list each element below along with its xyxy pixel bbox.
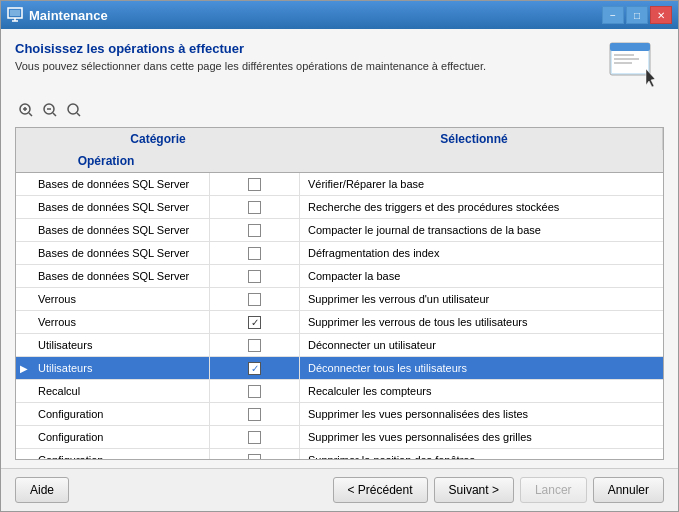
operation-cell: Recalculer les compteurs — [300, 380, 663, 402]
svg-line-12 — [29, 113, 32, 116]
header-description: Vous pouvez sélectionner dans cette page… — [15, 60, 598, 72]
footer-buttons: < Précédent Suivant > Lancer Annuler — [333, 477, 665, 503]
svg-rect-5 — [614, 54, 634, 56]
svg-point-16 — [68, 104, 78, 114]
checkbox-icon — [248, 178, 261, 191]
toolbar — [15, 99, 664, 121]
checkbox-cell[interactable] — [210, 426, 300, 448]
checkbox-cell[interactable] — [210, 219, 300, 241]
category-cell: Configuration — [30, 426, 210, 448]
zoom-reset-button[interactable] — [63, 99, 85, 121]
category-cell: Utilisateurs — [30, 334, 210, 356]
checkbox-icon — [248, 224, 261, 237]
window-title: Maintenance — [29, 8, 602, 23]
precedent-button[interactable]: < Précédent — [333, 477, 428, 503]
svg-line-15 — [53, 113, 56, 116]
main-window: Maintenance − □ ✕ Choisissez les opérati… — [0, 0, 679, 512]
table-header: Catégorie Sélectionné Opération — [16, 128, 663, 173]
column-header-selected: Sélectionné — [286, 128, 663, 150]
checkbox-cell[interactable] — [210, 403, 300, 425]
lancer-button: Lancer — [520, 477, 587, 503]
operation-cell: Supprimer les vues personnalisées des gr… — [300, 426, 663, 448]
checkbox-icon — [248, 431, 261, 444]
close-button[interactable]: ✕ — [650, 6, 672, 24]
zoom-in-button[interactable] — [15, 99, 37, 121]
checkbox-icon — [248, 247, 261, 260]
table-row[interactable]: Bases de données SQL ServerCompacter la … — [16, 265, 663, 288]
header-text: Choisissez les opérations à effectuer Vo… — [15, 41, 598, 72]
aide-button[interactable]: Aide — [15, 477, 69, 503]
table-row[interactable]: Bases de données SQL ServerRecherche des… — [16, 196, 663, 219]
checkbox-cell[interactable] — [210, 334, 300, 356]
svg-rect-1 — [10, 10, 20, 16]
checkbox-icon: ✓ — [248, 362, 261, 375]
category-cell: Configuration — [30, 449, 210, 459]
category-cell: Bases de données SQL Server — [30, 196, 210, 218]
table-row[interactable]: VerrousSupprimer les verrous d'un utilis… — [16, 288, 663, 311]
checkbox-cell[interactable]: ✓ — [210, 357, 300, 379]
checkbox-cell[interactable] — [210, 173, 300, 195]
footer-left: Aide — [15, 477, 333, 503]
operation-cell: Supprimer les vues personnalisées des li… — [300, 403, 663, 425]
footer: Aide < Précédent Suivant > Lancer Annule… — [1, 468, 678, 511]
table-row[interactable]: Bases de données SQL ServerCompacter le … — [16, 219, 663, 242]
category-cell: Utilisateurs — [30, 357, 210, 379]
table-body: Bases de données SQL ServerVérifier/Répa… — [16, 173, 663, 459]
svg-rect-3 — [610, 43, 650, 51]
checkbox-cell[interactable] — [210, 242, 300, 264]
category-cell: Configuration — [30, 403, 210, 425]
category-cell: Verrous — [30, 288, 210, 310]
operation-cell: Vérifier/Réparer la base — [300, 173, 663, 195]
operation-cell: Déconnecter tous les utilisateurs — [300, 357, 663, 379]
table-row[interactable]: ConfigurationSupprimer la position des f… — [16, 449, 663, 459]
checkbox-icon — [248, 293, 261, 306]
operation-cell: Recherche des triggers et des procédures… — [300, 196, 663, 218]
checkbox-cell[interactable] — [210, 288, 300, 310]
operation-cell: Compacter la base — [300, 265, 663, 287]
table-row[interactable]: ConfigurationSupprimer les vues personna… — [16, 426, 663, 449]
category-cell: Bases de données SQL Server — [30, 242, 210, 264]
operation-cell: Compacter le journal de transactions de … — [300, 219, 663, 241]
annuler-button[interactable]: Annuler — [593, 477, 664, 503]
table-row[interactable]: Bases de données SQL ServerDéfragmentati… — [16, 242, 663, 265]
table-row[interactable]: ▶Utilisateurs✓Déconnecter tous les utili… — [16, 357, 663, 380]
operations-table: Catégorie Sélectionné Opération Bases de… — [15, 127, 664, 460]
table-row[interactable]: Verrous✓Supprimer les verrous de tous le… — [16, 311, 663, 334]
svg-rect-6 — [614, 58, 639, 60]
checkbox-cell[interactable] — [210, 265, 300, 287]
checkbox-cell[interactable] — [210, 380, 300, 402]
operation-cell: Supprimer les verrous d'un utilisateur — [300, 288, 663, 310]
suivant-button[interactable]: Suivant > — [434, 477, 514, 503]
header-title: Choisissez les opérations à effectuer — [15, 41, 598, 56]
title-bar: Maintenance − □ ✕ — [1, 1, 678, 29]
checkbox-icon: ✓ — [248, 316, 261, 329]
category-cell: Recalcul — [30, 380, 210, 402]
column-header-operation: Opération — [16, 150, 196, 172]
operation-cell: Supprimer les verrous de tous les utilis… — [300, 311, 663, 333]
checkbox-icon — [248, 201, 261, 214]
category-cell: Bases de données SQL Server — [30, 173, 210, 195]
table-row[interactable]: UtilisateursDéconnecter un utilisateur — [16, 334, 663, 357]
window-icon — [7, 7, 23, 23]
table-row[interactable]: ConfigurationSupprimer les vues personna… — [16, 403, 663, 426]
operation-cell: Défragmentation des index — [300, 242, 663, 264]
checkbox-cell[interactable] — [210, 196, 300, 218]
svg-line-17 — [77, 113, 80, 116]
content-area: Choisissez les opérations à effectuer Vo… — [1, 29, 678, 468]
checkbox-cell[interactable]: ✓ — [210, 311, 300, 333]
zoom-out-button[interactable] — [39, 99, 61, 121]
category-cell: Bases de données SQL Server — [30, 219, 210, 241]
table-row[interactable]: Bases de données SQL ServerVérifier/Répa… — [16, 173, 663, 196]
row-arrow-icon: ▶ — [16, 363, 30, 374]
checkbox-icon — [248, 270, 261, 283]
operation-cell: Supprimer la position des fenêtres — [300, 449, 663, 459]
checkbox-icon — [248, 454, 261, 460]
checkbox-cell[interactable] — [210, 449, 300, 459]
minimize-button[interactable]: − — [602, 6, 624, 24]
table-row[interactable]: RecalculRecalculer les compteurs — [16, 380, 663, 403]
header-illustration — [608, 41, 664, 89]
column-header-category: Catégorie — [30, 128, 286, 150]
header-section: Choisissez les opérations à effectuer Vo… — [15, 41, 664, 89]
restore-button[interactable]: □ — [626, 6, 648, 24]
checkbox-icon — [248, 339, 261, 352]
